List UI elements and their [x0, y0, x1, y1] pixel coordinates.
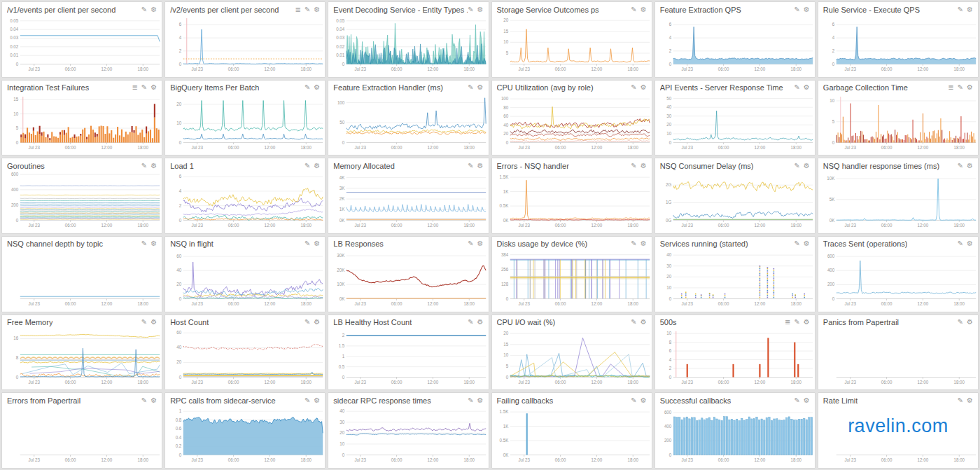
- pencil-icon[interactable]: ✎: [141, 6, 147, 13]
- panel-header: Failing callbacks ✎⚙: [492, 393, 652, 406]
- pencil-icon[interactable]: ✎: [958, 163, 963, 170]
- gear-icon[interactable]: ⚙: [477, 163, 484, 170]
- pencil-icon[interactable]: ✎: [304, 84, 310, 91]
- pencil-icon[interactable]: ✎: [468, 397, 473, 404]
- pencil-icon[interactable]: ✎: [631, 319, 636, 326]
- gear-icon[interactable]: ⚙: [477, 240, 484, 247]
- panel-header: Traces Sent (operations) ✎⚙: [818, 237, 978, 249]
- gear-icon[interactable]: ⚙: [804, 240, 810, 247]
- gear-icon[interactable]: ⚙: [804, 163, 810, 170]
- panel-title: Memory Allocated: [333, 162, 394, 170]
- gear-icon[interactable]: ⚙: [967, 319, 973, 326]
- list-icon[interactable]: ≣: [785, 319, 790, 326]
- panel-title: Errors from Papertrail: [7, 396, 80, 405]
- gear-icon[interactable]: ⚙: [477, 6, 484, 13]
- svg-text:18:00: 18:00: [627, 380, 638, 385]
- pencil-icon[interactable]: ✎: [958, 319, 963, 326]
- svg-text:06:00: 06:00: [881, 223, 892, 228]
- gear-icon[interactable]: ⚙: [150, 397, 157, 404]
- pencil-icon[interactable]: ✎: [304, 397, 310, 404]
- gear-icon[interactable]: ⚙: [314, 6, 320, 13]
- chart: Jul 2306:0012:0018:00: [2, 406, 162, 468]
- gear-icon[interactable]: ⚙: [314, 397, 320, 404]
- svg-text:20: 20: [666, 122, 671, 127]
- pencil-icon[interactable]: ✎: [141, 163, 147, 170]
- gear-icon[interactable]: ⚙: [314, 84, 320, 91]
- gear-icon[interactable]: ⚙: [640, 319, 647, 326]
- svg-text:0.2: 0.2: [176, 443, 182, 448]
- svg-text:Jul 23: Jul 23: [844, 223, 856, 228]
- pencil-icon[interactable]: ✎: [794, 163, 799, 170]
- pencil-icon[interactable]: ✎: [468, 240, 473, 247]
- pencil-icon[interactable]: ✎: [794, 6, 799, 13]
- gear-icon[interactable]: ⚙: [804, 397, 810, 404]
- gear-icon[interactable]: ⚙: [314, 319, 320, 326]
- pencil-icon[interactable]: ✎: [141, 319, 147, 326]
- pencil-icon[interactable]: ✎: [468, 163, 473, 170]
- list-icon[interactable]: ≣: [948, 84, 953, 91]
- chart: 0204060Jul 2306:0012:0018:00: [165, 249, 325, 312]
- gear-icon[interactable]: ⚙: [150, 6, 157, 13]
- list-icon[interactable]: ≣: [295, 6, 301, 13]
- pencil-icon[interactable]: ✎: [631, 397, 636, 404]
- gear-icon[interactable]: ⚙: [967, 6, 973, 13]
- gear-icon[interactable]: ⚙: [804, 84, 810, 91]
- gear-icon[interactable]: ⚙: [804, 319, 810, 326]
- gear-icon[interactable]: ⚙: [640, 163, 647, 170]
- gear-icon[interactable]: ⚙: [967, 163, 973, 170]
- gear-icon[interactable]: ⚙: [314, 163, 320, 170]
- svg-text:18:00: 18:00: [953, 457, 965, 462]
- pencil-icon[interactable]: ✎: [631, 240, 636, 247]
- pencil-icon[interactable]: ✎: [304, 240, 310, 247]
- gear-icon[interactable]: ⚙: [477, 397, 484, 404]
- pencil-icon[interactable]: ✎: [141, 397, 147, 404]
- svg-text:06:00: 06:00: [718, 145, 729, 150]
- panel-title: CPU I/O wait (%): [497, 318, 556, 326]
- pencil-icon[interactable]: ✎: [794, 397, 799, 404]
- gear-icon[interactable]: ⚙: [150, 84, 157, 91]
- pencil-icon[interactable]: ✎: [794, 240, 799, 247]
- svg-text:18:00: 18:00: [953, 67, 965, 71]
- gear-icon[interactable]: ⚙: [804, 6, 810, 13]
- svg-text:Jul 23: Jul 23: [681, 457, 693, 462]
- gear-icon[interactable]: ⚙: [314, 240, 320, 247]
- pencil-icon[interactable]: ✎: [141, 84, 147, 91]
- gear-icon[interactable]: ⚙: [150, 240, 157, 247]
- gear-icon[interactable]: ⚙: [640, 240, 647, 247]
- svg-text:0: 0: [668, 139, 671, 144]
- panel-header: NSQ channel depth by topic ✎⚙: [2, 237, 162, 249]
- pencil-icon[interactable]: ✎: [468, 6, 473, 13]
- svg-text:0K: 0K: [830, 218, 835, 223]
- gear-icon[interactable]: ⚙: [640, 84, 647, 91]
- gear-icon[interactable]: ⚙: [150, 163, 157, 170]
- pencil-icon[interactable]: ✎: [304, 6, 310, 13]
- pencil-icon[interactable]: ✎: [468, 319, 473, 326]
- pencil-icon[interactable]: ✎: [631, 163, 636, 170]
- gear-icon[interactable]: ⚙: [640, 397, 647, 404]
- svg-text:18:00: 18:00: [137, 145, 148, 150]
- pencil-icon[interactable]: ✎: [468, 84, 473, 91]
- gear-icon[interactable]: ⚙: [477, 319, 484, 326]
- list-icon[interactable]: ≣: [132, 84, 137, 91]
- panel-actions: ✎⚙: [794, 397, 809, 404]
- pencil-icon[interactable]: ✎: [304, 319, 310, 326]
- pencil-icon[interactable]: ✎: [794, 84, 799, 91]
- pencil-icon[interactable]: ✎: [794, 319, 799, 326]
- panel-actions: ✎⚙: [958, 6, 973, 13]
- pencil-icon[interactable]: ✎: [631, 84, 636, 91]
- gear-icon[interactable]: ⚙: [967, 84, 973, 91]
- pencil-icon[interactable]: ✎: [141, 240, 147, 247]
- gear-icon[interactable]: ⚙: [967, 397, 973, 404]
- pencil-icon[interactable]: ✎: [958, 84, 963, 91]
- pencil-icon[interactable]: ✎: [304, 163, 310, 170]
- gear-icon[interactable]: ⚙: [150, 319, 157, 326]
- pencil-icon[interactable]: ✎: [958, 240, 963, 247]
- gear-icon[interactable]: ⚙: [477, 84, 484, 91]
- pencil-icon[interactable]: ✎: [631, 6, 636, 13]
- gear-icon[interactable]: ⚙: [640, 6, 647, 13]
- panel-actions: ✎⚙: [141, 319, 157, 326]
- pencil-icon[interactable]: ✎: [958, 397, 963, 404]
- svg-text:0.04: 0.04: [10, 27, 19, 32]
- gear-icon[interactable]: ⚙: [967, 240, 973, 247]
- pencil-icon[interactable]: ✎: [958, 6, 963, 13]
